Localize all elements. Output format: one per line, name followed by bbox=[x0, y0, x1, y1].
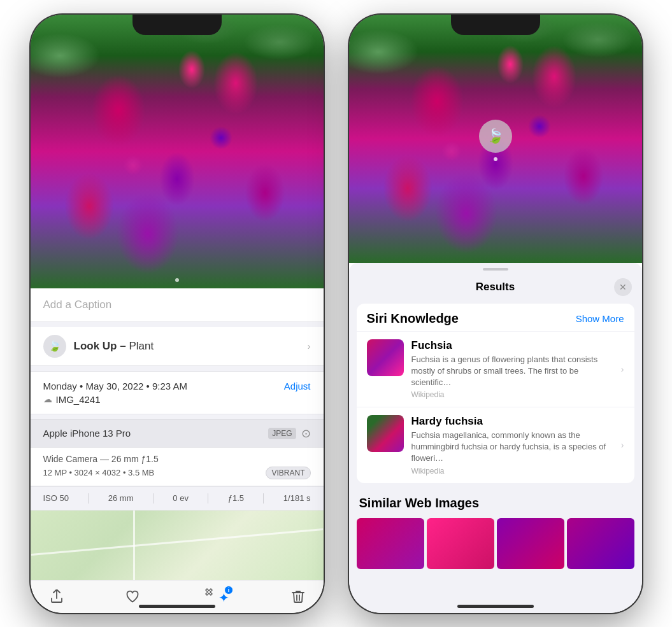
hardy-fuchsia-content: Hardy fuchsia Fuchsia magellanica, commo… bbox=[411, 415, 611, 476]
photo-hero-2[interactable]: 🍃 bbox=[349, 15, 642, 263]
sheet-handle bbox=[483, 268, 508, 271]
similar-web-images bbox=[357, 518, 634, 569]
fuchsia-chevron-icon: › bbox=[621, 364, 624, 374]
leaf-icon: 🍃 bbox=[487, 128, 504, 144]
info-section: Add a Caption 🍃 Look Up – Plant › bbox=[31, 288, 324, 580]
notch-2 bbox=[451, 15, 540, 35]
hardy-fuchsia-source: Wikipedia bbox=[411, 467, 611, 476]
date-text: Monday • May 30, 2022 • 9:23 AM bbox=[43, 381, 187, 391]
lookup-chevron-icon: › bbox=[308, 341, 311, 351]
close-button[interactable]: ✕ bbox=[614, 278, 632, 296]
fuchsia-content: Fuchsia Fuchsia is a genus of flowering … bbox=[411, 339, 611, 400]
cloud-icon: ☁ bbox=[43, 394, 52, 404]
share-button[interactable] bbox=[50, 589, 64, 603]
fuchsia-name: Fuchsia bbox=[411, 339, 611, 352]
camera-model: Apple iPhone 13 Pro bbox=[43, 428, 131, 439]
hardy-fuchsia-thumbnail bbox=[367, 415, 404, 452]
similar-image-2[interactable] bbox=[427, 518, 494, 569]
hardy-fuchsia-desc: Fuchsia magellanica, commonly known as t… bbox=[411, 430, 611, 465]
similar-image-3[interactable] bbox=[497, 518, 564, 569]
lookup-indicator-dot bbox=[494, 157, 497, 161]
siri-lookup-icon: 🍃 bbox=[43, 335, 66, 358]
notch bbox=[132, 15, 222, 35]
siri-knowledge-section: Siri Knowledge Show More Fuchsia Fuchsia… bbox=[357, 304, 634, 483]
hardy-fuchsia-name: Hardy fuchsia bbox=[411, 415, 611, 428]
results-header: Results ✕ bbox=[349, 276, 642, 304]
delete-button[interactable] bbox=[292, 589, 304, 603]
sk-header: Siri Knowledge Show More bbox=[357, 304, 634, 331]
results-title: Results bbox=[377, 281, 614, 293]
specs-text: 12 MP • 3024 × 4032 • 3.5 MB bbox=[43, 468, 155, 477]
bottom-toolbar: ✦ i bbox=[31, 580, 324, 613]
adjust-button[interactable]: Adjust bbox=[284, 381, 311, 391]
aperture-value: ƒ1.5 bbox=[228, 493, 244, 503]
jpeg-badge: JPEG bbox=[268, 428, 296, 439]
sk-item-fuchsia[interactable]: Fuchsia Fuchsia is a genus of flowering … bbox=[357, 331, 634, 407]
similar-web-title: Similar Web Images bbox=[357, 491, 634, 518]
date-section: Monday • May 30, 2022 • 9:23 AM Adjust ☁… bbox=[31, 371, 324, 414]
phone-2: 🍃 Results ✕ Siri Knowledge bbox=[349, 15, 642, 613]
vibrant-badge: VIBRANT bbox=[266, 467, 310, 479]
ev-value: 0 ev bbox=[173, 493, 189, 503]
fuchsia-desc: Fuchsia is a genus of flowering plants t… bbox=[411, 354, 611, 389]
camera-header: Apple iPhone 13 Pro JPEG ⊙ bbox=[31, 419, 324, 447]
exif-row: ISO 50 26 mm 0 ev ƒ1.5 1/181 s bbox=[31, 486, 324, 511]
phone-1: Add a Caption 🍃 Look Up – Plant › bbox=[31, 15, 324, 613]
results-sheet: Results ✕ Siri Knowledge Show More bbox=[349, 263, 642, 613]
lookup-row[interactable]: 🍃 Look Up – Plant › bbox=[31, 327, 324, 366]
similar-image-1[interactable] bbox=[357, 518, 424, 569]
map-thumbnail[interactable] bbox=[31, 511, 324, 580]
fuchsia-thumbnail bbox=[367, 339, 404, 376]
caption-placeholder[interactable]: Add a Caption bbox=[43, 299, 112, 311]
home-indicator bbox=[139, 605, 215, 608]
similar-image-4[interactable] bbox=[567, 518, 634, 569]
fuchsia-source: Wikipedia bbox=[411, 390, 611, 399]
favorite-button[interactable] bbox=[125, 589, 139, 603]
camera-details: Wide Camera — 26 mm ƒ1.5 12 MP • 3024 × … bbox=[31, 447, 324, 486]
wide-camera-text: Wide Camera — 26 mm ƒ1.5 bbox=[43, 454, 311, 464]
shutter-speed: 1/181 s bbox=[283, 493, 311, 503]
sk-item-hardy-fuchsia[interactable]: Hardy fuchsia Fuchsia magellanica, commo… bbox=[357, 407, 634, 483]
camera-section: Apple iPhone 13 Pro JPEG ⊙ Wide Camera —… bbox=[31, 419, 324, 511]
focal-length: 26 mm bbox=[108, 493, 134, 503]
similar-web-section: Similar Web Images bbox=[349, 491, 642, 577]
hardy-fuchsia-chevron-icon: › bbox=[621, 440, 624, 450]
lookup-label: Look Up – Plant bbox=[74, 340, 154, 353]
caption-area[interactable]: Add a Caption bbox=[31, 288, 324, 322]
page-dot bbox=[175, 278, 179, 282]
camera-settings-icon[interactable]: ⊙ bbox=[301, 426, 311, 440]
siri-knowledge-title: Siri Knowledge bbox=[367, 311, 459, 326]
home-indicator-2 bbox=[457, 605, 534, 608]
visual-lookup-button[interactable]: 🍃 bbox=[479, 120, 512, 153]
show-more-button[interactable]: Show More bbox=[576, 313, 624, 324]
filename: IMG_4241 bbox=[56, 394, 101, 405]
iso-value: ISO 50 bbox=[43, 493, 69, 503]
photo-hero[interactable] bbox=[31, 15, 324, 288]
info-button[interactable]: ✦ i bbox=[202, 588, 229, 605]
